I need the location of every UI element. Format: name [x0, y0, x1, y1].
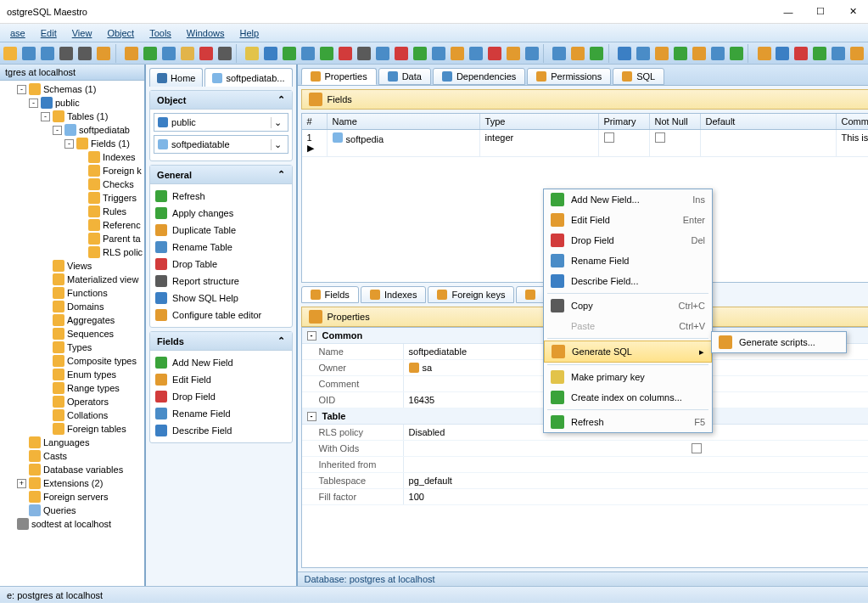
tree-node[interactable]: Foreign tables	[2, 422, 143, 436]
toolbar-button[interactable]	[281, 44, 299, 63]
maximize-button[interactable]: ☐	[812, 3, 829, 20]
toolbar-button[interactable]	[830, 44, 848, 63]
expand-icon[interactable]: -	[17, 85, 26, 94]
grid-header[interactable]: #	[302, 114, 328, 129]
prop-row[interactable]: Tablespacepg_default	[302, 473, 868, 489]
grid-header[interactable]: Not Null	[650, 114, 701, 129]
ctx-refresh[interactable]: RefreshF5	[544, 412, 712, 432]
tree-node[interactable]: -Schemas (1)	[2, 82, 143, 96]
tree-node[interactable]: Composite types	[2, 354, 143, 368]
action-configure-table-editor[interactable]: Configure table editor	[154, 307, 288, 324]
tree-node[interactable]: Foreign servers	[2, 490, 143, 504]
toolbar-button[interactable]	[160, 44, 177, 63]
toolbar-button[interactable]	[412, 44, 429, 63]
menu-edit[interactable]: Edit	[34, 26, 64, 40]
tab-softpediatab...[interactable]: softpediatab...	[204, 68, 292, 87]
toolbar-button[interactable]	[485, 44, 503, 63]
expand-icon[interactable]: +	[17, 479, 26, 488]
toolbar-button[interactable]	[551, 44, 568, 63]
ctx-create-index-on-columns-[interactable]: Create index on columns...	[544, 387, 712, 408]
main-tab-sql[interactable]: SQL	[613, 68, 664, 85]
sub-tab[interactable]: Indexes	[361, 286, 427, 303]
tab-home[interactable]: Home	[149, 68, 203, 87]
tree-node[interactable]: -Tables (1)	[2, 110, 143, 123]
toolbar-button[interactable]	[122, 44, 140, 63]
menu-help[interactable]: Help	[232, 26, 266, 40]
grid-header[interactable]: Primary	[599, 114, 650, 129]
toolbar-button[interactable]	[20, 44, 38, 63]
tree-node[interactable]: +Extensions (2)	[2, 476, 143, 490]
menu-object[interactable]: Object	[100, 26, 141, 40]
action-show-sql-help[interactable]: Show SQL Help	[154, 290, 288, 307]
action-report-structure[interactable]: Report structure	[154, 273, 288, 290]
chevron-up-icon[interactable]: ⌃	[277, 94, 285, 105]
action-edit-field[interactable]: Edit Field	[154, 371, 288, 388]
action-add-new-field[interactable]: Add New Field	[154, 354, 288, 371]
ctx-generate-sql[interactable]: Generate SQL▸	[544, 341, 712, 363]
prop-row[interactable]: Inherited from	[302, 457, 868, 473]
sub-tab[interactable]: Fields	[301, 286, 359, 303]
toolbar-button[interactable]	[708, 44, 726, 63]
expand-icon[interactable]: -	[29, 99, 38, 108]
prop-row[interactable]: Fill factor100	[302, 489, 868, 505]
object-combo[interactable]: public⌄	[154, 113, 288, 132]
context-submenu[interactable]: Generate scripts...	[711, 331, 847, 353]
action-rename-table[interactable]: Rename Table	[154, 239, 288, 256]
main-tab-data[interactable]: Data	[378, 68, 431, 85]
tree-node[interactable]: sodtest at localhost	[2, 517, 143, 531]
grid-header[interactable]: Type	[480, 114, 599, 129]
toolbar-button[interactable]	[727, 44, 745, 63]
sub-tab[interactable]: Foreign keys	[428, 286, 514, 303]
ctx-copy[interactable]: CopyCtrl+C	[544, 296, 712, 316]
main-tab-dependencies[interactable]: Dependencies	[433, 68, 525, 85]
tree-node[interactable]: Queries	[2, 504, 143, 517]
tree-node[interactable]: Views	[2, 259, 143, 273]
checkbox[interactable]	[604, 132, 614, 143]
tree-node[interactable]: -public	[2, 96, 143, 110]
toolbar-button[interactable]	[848, 44, 866, 63]
toolbar-button[interactable]	[811, 44, 829, 63]
tree-node[interactable]: RLS polic	[2, 245, 143, 259]
table-row[interactable]: 1 ▶softpediaintegerThis is a Softpedia T	[302, 130, 868, 157]
chevron-up-icon[interactable]: ⌃	[277, 335, 285, 346]
action-rename-field[interactable]: Rename Field	[154, 405, 288, 422]
ctx-generate-scripts-[interactable]: Generate scripts...	[712, 332, 846, 352]
toolbar-button[interactable]	[374, 44, 392, 63]
tree-node[interactable]: Referenc	[2, 218, 143, 232]
toolbar-button[interactable]	[755, 44, 773, 63]
tree-node[interactable]: Aggregates	[2, 313, 143, 327]
toolbar-button[interactable]	[504, 44, 522, 63]
toolbar-button[interactable]	[197, 44, 215, 63]
action-describe-field[interactable]: Describe Field	[154, 422, 288, 439]
toolbar-button[interactable]	[792, 44, 810, 63]
tree-node[interactable]: Materialized view	[2, 273, 143, 286]
toolbar-button[interactable]	[262, 44, 280, 63]
tree-node[interactable]: Database variables	[2, 463, 143, 476]
ctx-add-new-field-[interactable]: Add New Field...Ins	[544, 189, 712, 210]
action-apply-changes[interactable]: Apply changes	[154, 205, 288, 222]
tree-node[interactable]: -softpediatab	[2, 123, 143, 137]
toolbar-button[interactable]	[430, 44, 448, 63]
chevron-up-icon[interactable]: ⌃	[277, 169, 285, 180]
grid-header[interactable]: Name	[328, 114, 480, 129]
tree-node[interactable]: Indexes	[2, 150, 143, 164]
toolbar-button[interactable]	[58, 44, 76, 63]
tree-node[interactable]: Enum types	[2, 368, 143, 381]
object-combo[interactable]: softpediatable⌄	[154, 135, 288, 154]
tree-node[interactable]: Operators	[2, 395, 143, 408]
checkbox[interactable]	[655, 132, 665, 143]
tree-node[interactable]: Parent ta	[2, 232, 143, 245]
toolbar-button[interactable]	[318, 44, 336, 63]
grid-header[interactable]: Default	[701, 114, 837, 129]
close-button[interactable]: ✕	[844, 3, 861, 20]
toolbar-button[interactable]	[178, 44, 196, 63]
expand-icon[interactable]: -	[41, 112, 50, 121]
toolbar-button[interactable]	[467, 44, 484, 63]
tree-node[interactable]: Triggers	[2, 191, 143, 205]
tree-node[interactable]: Languages	[2, 436, 143, 449]
context-menu[interactable]: Add New Field...InsEdit FieldEnterDrop F…	[543, 189, 713, 433]
toolbar-button[interactable]	[76, 44, 94, 63]
checkbox[interactable]	[692, 443, 702, 453]
action-drop-table[interactable]: Drop Table	[154, 256, 288, 273]
toolbar-button[interactable]	[95, 44, 113, 63]
